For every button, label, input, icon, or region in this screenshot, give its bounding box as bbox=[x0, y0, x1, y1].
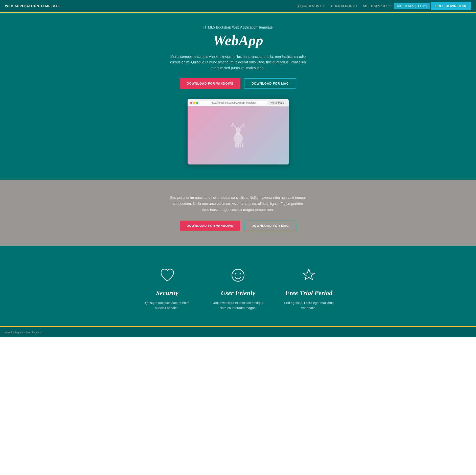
browser-bar: https://mobirise.com/bootstrap-template/… bbox=[188, 99, 289, 106]
feature-security-title: Security bbox=[140, 289, 195, 297]
feature-security: Security Quisque molestie odio et enim s… bbox=[140, 267, 195, 311]
mid-section: Sed porta enim nunc, at efficitur lectus… bbox=[0, 180, 476, 246]
footer: www.heritagechristiancollege.com bbox=[0, 326, 476, 337]
mid-description: Sed porta enim nunc, at efficitur lectus… bbox=[170, 195, 306, 213]
svg-line-6 bbox=[243, 123, 244, 124]
nav-links: BLOCK DEMOS 1 ▾ BLOCK DEMOS 2 ▾ SITE TEM… bbox=[294, 2, 471, 10]
feature-user-friendly-desc: Donec vehicula et tellus ac tristique. N… bbox=[210, 300, 266, 311]
browser-dot-close bbox=[190, 102, 192, 104]
nav-site-templates[interactable]: SITE TEMPLATES ▾ bbox=[360, 3, 393, 9]
free-download-button[interactable]: FREE DOWNLOAD bbox=[431, 2, 471, 10]
heart-icon bbox=[158, 267, 176, 284]
hero-title: WebApp bbox=[5, 32, 471, 49]
chevron-down-icon: ▾ bbox=[323, 5, 324, 7]
hero-subtitle: HTML5 Bootstrap Web Application Template bbox=[5, 25, 471, 29]
smiley-icon bbox=[229, 267, 247, 284]
browser-home-label: Home Page bbox=[269, 101, 286, 105]
footer-url: www.heritagechristiancollege.com bbox=[5, 331, 43, 334]
nav-block-demos-2[interactable]: BLOCK DEMOS 2 ▾ bbox=[327, 3, 359, 9]
deer-illustration-icon bbox=[228, 123, 248, 148]
svg-point-16 bbox=[235, 273, 237, 275]
download-mac-button[interactable]: DOWNLOAD FOR MAC bbox=[244, 78, 296, 89]
chevron-down-icon: ▾ bbox=[356, 5, 357, 7]
hero-description: Morbi semper, arcu quis varius ultricies… bbox=[170, 54, 306, 71]
svg-line-7 bbox=[243, 126, 246, 127]
navbar: WEB APPLICATION TEMPLATE BLOCK DEMOS 1 ▾… bbox=[0, 0, 476, 13]
brand-logo: WEB APPLICATION TEMPLATE bbox=[5, 4, 60, 8]
svg-rect-10 bbox=[236, 132, 240, 135]
hero-section: HTML5 Bootstrap Web Application Template… bbox=[0, 13, 476, 180]
browser-dot-expand bbox=[196, 102, 198, 104]
feature-free-trial: Free Trial Period Sed egestas, libero eg… bbox=[281, 267, 337, 311]
svg-point-17 bbox=[240, 273, 241, 275]
svg-marker-18 bbox=[303, 269, 315, 280]
mid-download-mac-button[interactable]: DOWNLOAD FOR MAC bbox=[244, 221, 296, 231]
svg-rect-14 bbox=[242, 143, 243, 148]
feature-security-desc: Quisque molestie odio et enim suscipit s… bbox=[140, 300, 195, 311]
svg-line-1 bbox=[231, 124, 233, 126]
svg-point-15 bbox=[232, 269, 244, 281]
nav-site-templates-2[interactable]: SITE TEMPLATES 2 ▾ bbox=[394, 3, 430, 9]
browser-mockup: https://mobirise.com/bootstrap-template/… bbox=[188, 99, 289, 164]
mid-buttons: DOWNLOAD FOR WINDOWS DOWNLOAD FOR MAC bbox=[5, 221, 471, 231]
browser-url-bar: https://mobirise.com/bootstrap-template/ bbox=[200, 101, 267, 105]
svg-rect-12 bbox=[237, 143, 239, 148]
browser-dots bbox=[190, 102, 198, 104]
nav-block-demos-1[interactable]: BLOCK DEMOS 1 ▾ bbox=[294, 3, 326, 9]
svg-line-2 bbox=[232, 123, 233, 124]
mid-download-windows-button[interactable]: DOWNLOAD FOR WINDOWS bbox=[180, 221, 241, 231]
svg-rect-13 bbox=[240, 143, 241, 148]
browser-dot-minimize bbox=[193, 102, 195, 104]
svg-line-5 bbox=[243, 124, 245, 126]
svg-rect-11 bbox=[235, 143, 237, 148]
features-section: Security Quisque molestie odio et enim s… bbox=[0, 246, 476, 326]
feature-user-friendly-title: User Frienly bbox=[210, 289, 266, 297]
feature-user-friendly: User Frienly Donec vehicula et tellus ac… bbox=[210, 267, 266, 311]
chevron-down-icon: ▾ bbox=[389, 5, 391, 7]
browser-content bbox=[188, 106, 289, 164]
svg-line-3 bbox=[231, 126, 233, 127]
star-icon bbox=[300, 267, 318, 284]
chevron-down-icon: ▾ bbox=[426, 5, 427, 7]
hero-buttons: DOWNLOAD FOR WINDOWS DOWNLOAD FOR MAC bbox=[5, 78, 471, 89]
feature-free-trial-title: Free Trial Period bbox=[281, 289, 337, 297]
feature-free-trial-desc: Sed egestas, libero eget maximus venenat… bbox=[281, 300, 337, 311]
download-windows-button[interactable]: DOWNLOAD FOR WINDOWS bbox=[180, 78, 241, 89]
